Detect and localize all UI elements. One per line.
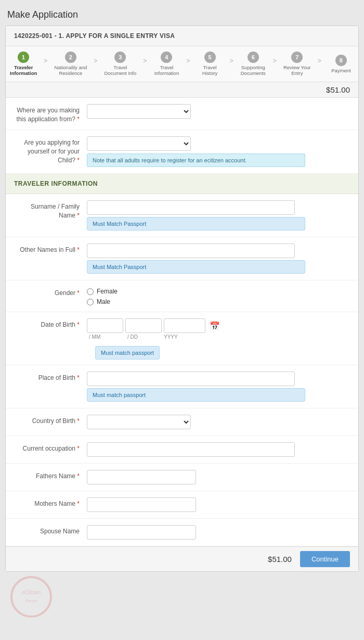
occupation-label: Current occupation *: [14, 442, 87, 453]
applying-for-label: Are you applying for yourself or for you…: [14, 136, 87, 164]
mothers-name-required: *: [77, 500, 80, 507]
mothers-name-input[interactable]: [87, 497, 196, 512]
application-from-label: Where are you making this application fr…: [14, 104, 87, 124]
svg-point-0: [11, 577, 51, 617]
required-star-2: *: [77, 157, 80, 164]
arrow-5: >: [230, 57, 233, 71]
step-8-number: 8: [335, 55, 347, 66]
gender-label: Gender *: [14, 287, 87, 298]
occupation-input[interactable]: [87, 442, 295, 457]
step-6[interactable]: 6 SupportingDocuments: [240, 52, 266, 76]
place-of-birth-required: *: [77, 374, 80, 381]
step-6-label: SupportingDocuments: [241, 65, 266, 76]
page-title: Make Application: [5, 5, 359, 25]
dob-yyyy-label: YYYY: [164, 334, 205, 340]
step-1-label: TravelerInformation: [10, 65, 37, 76]
other-names-label: Other Names in Full *: [14, 244, 87, 254]
mothers-name-row: Mothers Name *: [6, 491, 358, 519]
step-5[interactable]: 5 TravelHistory: [197, 52, 223, 76]
dob-mm-input[interactable]: [87, 318, 123, 333]
dob-row: Date of Birth * 📅 / MM / DD YYYY: [6, 312, 358, 365]
gender-male-radio[interactable]: [87, 299, 94, 305]
dob-dd-label: / DD: [125, 334, 162, 340]
step-4-number: 4: [161, 52, 172, 63]
ecitizen-note: Note that all adults require to register…: [87, 153, 305, 167]
price-display: $51.00: [6, 82, 358, 98]
step-4[interactable]: 4 TravelInformation: [153, 52, 179, 76]
step-3-number: 3: [114, 52, 126, 63]
other-names-input[interactable]: [87, 244, 295, 258]
place-of-birth-control: Must match passport: [87, 372, 350, 402]
country-of-birth-control: [87, 415, 350, 429]
surname-hint: Must Match Passport: [87, 217, 305, 231]
other-names-control: Must Match Passport: [87, 244, 350, 274]
gender-radio-group: Female Male: [87, 287, 350, 305]
arrow-7: >: [318, 57, 321, 71]
dob-yyyy-input[interactable]: [164, 318, 205, 333]
surname-input[interactable]: [87, 200, 295, 215]
required-star: *: [77, 116, 80, 123]
applying-for-select[interactable]: [87, 136, 191, 151]
gender-female-label[interactable]: Female: [87, 288, 350, 295]
fathers-name-row: Fathers Name *: [6, 464, 358, 491]
place-of-birth-row: Place of Birth * Must match passport: [6, 365, 358, 408]
step-3-label: TravelDocument Info: [104, 65, 136, 76]
other-names-hint: Must Match Passport: [87, 260, 305, 274]
step-1-number: 1: [18, 52, 29, 63]
dob-labels: / MM / DD YYYY: [87, 334, 350, 340]
spouse-name-input[interactable]: [87, 525, 196, 540]
application-from-row: Where are you making this application fr…: [6, 98, 358, 131]
step-2-label: Nationality andResidence: [54, 65, 87, 76]
place-of-birth-input[interactable]: [87, 372, 295, 386]
country-of-birth-select[interactable]: [87, 415, 191, 429]
other-names-required: *: [77, 246, 80, 253]
arrow-2: >: [94, 57, 97, 71]
gender-female-radio[interactable]: [87, 288, 94, 295]
occupation-row: Current occupation *: [6, 436, 358, 464]
gender-male-text: Male: [97, 298, 110, 305]
application-from-control: [87, 104, 350, 119]
country-of-birth-required: *: [77, 417, 80, 425]
watermark: eCitizen Kenya: [10, 576, 52, 619]
applying-for-control: Note that all adults require to register…: [87, 136, 350, 167]
applying-for-row: Are you applying for yourself or for you…: [6, 130, 358, 174]
step-5-number: 5: [204, 52, 216, 63]
fathers-name-required: *: [77, 472, 80, 480]
calendar-icon[interactable]: 📅: [210, 321, 220, 331]
gender-male-label[interactable]: Male: [87, 298, 350, 305]
step-7-label: Review YourEntry: [283, 65, 311, 76]
surname-label: Surname / Family Name *: [14, 200, 87, 220]
dob-inputs: 📅: [87, 318, 350, 333]
country-of-birth-label: Country of Birth *: [14, 415, 87, 426]
step-2[interactable]: 2 Nationality andResidence: [54, 52, 87, 76]
application-from-select[interactable]: [87, 104, 191, 119]
traveler-info-section-header: TRAVELER INFORMATION: [6, 174, 358, 194]
step-3[interactable]: 3 TravelDocument Info: [104, 52, 136, 76]
country-of-birth-row: Country of Birth *: [6, 408, 358, 436]
main-card: 1420225-001 - 1. APPLY FOR A SINGLE ENTR…: [5, 25, 359, 572]
dob-hint: Must match passport: [95, 346, 160, 360]
svg-text:eCitizen: eCitizen: [22, 590, 41, 595]
gender-row: Gender * Female Male: [6, 280, 358, 312]
step-8-label: Payment: [331, 68, 351, 73]
spouse-name-label: Spouse Name: [14, 525, 87, 536]
spouse-name-row: Spouse Name: [6, 519, 358, 546]
bottom-bar: $51.00 Continue: [6, 546, 358, 571]
dob-dd-input[interactable]: [125, 318, 162, 333]
surname-control: Must Match Passport: [87, 200, 350, 231]
fathers-name-control: [87, 470, 350, 484]
fathers-name-input[interactable]: [87, 470, 196, 484]
step-1[interactable]: 1 TravelerInformation: [10, 52, 37, 76]
dob-mm-label: / MM: [87, 334, 123, 340]
continue-button[interactable]: Continue: [300, 551, 350, 567]
steps-bar: 1 TravelerInformation > 2 Nationality an…: [6, 46, 358, 82]
occupation-required: *: [77, 445, 80, 452]
step-7[interactable]: 7 Review YourEntry: [283, 52, 311, 76]
step-5-label: TravelHistory: [202, 65, 218, 76]
step-8[interactable]: 8 Payment: [328, 55, 354, 73]
mothers-name-control: [87, 497, 350, 512]
place-of-birth-label: Place of Birth *: [14, 372, 87, 382]
dob-control: 📅 / MM / DD YYYY: [87, 318, 350, 340]
gender-female-text: Female: [97, 288, 118, 295]
fathers-name-label: Fathers Name *: [14, 470, 87, 481]
